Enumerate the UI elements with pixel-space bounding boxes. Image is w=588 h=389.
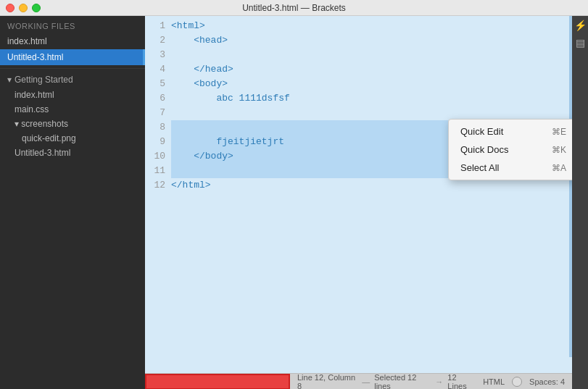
window-title: Untitled-3.html — Brackets	[242, 3, 346, 13]
editor-content[interactable]: 1 2 3 4 5 6 7 8 9 10 11 12 <html>	[145, 16, 572, 373]
status-info: Line 12, Column 8 — Selected 12 lines → …	[297, 373, 476, 390]
status-selected: Selected 12 lines	[374, 373, 431, 390]
menu-item-shortcut: ⌘A	[552, 163, 566, 173]
status-lines: 12 Lines	[447, 373, 476, 390]
code-line-7	[171, 106, 572, 120]
context-menu-quick-edit[interactable]: Quick Edit ⌘E	[449, 122, 572, 141]
code-line-4: </head>	[171, 62, 572, 77]
live-preview-icon[interactable]: ⚡	[573, 19, 587, 32]
sidebar-item-label: Untitled-3.html	[15, 148, 70, 158]
editor-area: 1 2 3 4 5 6 7 8 9 10 11 12 <html>	[145, 16, 572, 389]
context-menu-quick-docs[interactable]: Quick Docs ⌘K	[449, 141, 572, 159]
sidebar-item-untitled[interactable]: Untitled-3.html	[0, 49, 145, 65]
sidebar-item-untitled3[interactable]: Untitled-3.html	[0, 146, 145, 160]
menu-item-shortcut: ⌘K	[552, 145, 566, 155]
sidebar-item-label: Untitled-3.html	[7, 52, 63, 62]
sidebar: Working Files index.html Untitled-3.html…	[0, 16, 145, 389]
sidebar-item-label: index.html	[15, 90, 54, 100]
encoding-icon[interactable]	[512, 377, 522, 387]
sidebar-folder-screenshots[interactable]: ▾ screenshots	[0, 117, 145, 131]
right-toolbar: ⚡ ▤	[572, 16, 588, 389]
status-right: HTML Spaces: 4	[483, 377, 565, 387]
sidebar-item-label: quick-edit.png	[22, 133, 76, 143]
editor-scrollbar[interactable]	[569, 16, 572, 357]
status-position: Line 12, Column 8	[297, 373, 357, 390]
spaces-label[interactable]: Spaces: 4	[529, 377, 565, 386]
line-numbers: 1 2 3 4 5 6 7 8 9 10 11 12	[145, 19, 171, 193]
menu-item-shortcut: ⌘E	[552, 127, 566, 137]
minimize-button[interactable]	[19, 4, 28, 12]
chevron-down-icon: ▾	[7, 75, 12, 85]
status-bar: Line 12, Column 8 — Selected 12 lines → …	[145, 373, 572, 389]
code-line-6: abc 1111dsfsf	[171, 91, 572, 106]
language-badge[interactable]: HTML	[483, 377, 505, 386]
file-compare-icon[interactable]: ▤	[573, 36, 587, 49]
code-line-5: <body>	[171, 77, 572, 91]
sidebar-item-label: main.css	[15, 104, 49, 114]
status-separator: —	[362, 377, 370, 386]
menu-item-label: Quick Docs	[460, 144, 508, 155]
sidebar-item-label: index.html	[7, 36, 47, 46]
getting-started-group[interactable]: ▾ Getting Started	[0, 68, 145, 88]
menu-item-label: Quick Edit	[460, 126, 503, 137]
working-files-label: Working Files	[0, 16, 145, 33]
code-line-2: <head>	[171, 33, 572, 48]
maximize-button[interactable]	[32, 4, 41, 12]
code-line-12: </html>	[171, 178, 572, 193]
code-line-1: <html>	[171, 19, 572, 33]
folder-name: screenshots	[21, 119, 68, 129]
code-line-3	[171, 48, 572, 62]
menu-item-label: Select All	[460, 162, 499, 173]
context-menu-select-all[interactable]: Select All ⌘A	[449, 159, 572, 177]
close-button[interactable]	[6, 4, 15, 12]
window-controls[interactable]	[6, 4, 41, 12]
getting-started-label: Getting Started	[15, 75, 73, 85]
context-menu: Quick Edit ⌘E Quick Docs ⌘K Select All ⌘…	[448, 119, 572, 180]
sidebar-item-gs-index[interactable]: index.html	[0, 88, 145, 102]
sidebar-item-quick-edit-png[interactable]: quick-edit.png	[0, 131, 145, 146]
chevron-down-icon: ▾	[15, 119, 19, 129]
status-bar-file-indicator	[145, 374, 290, 390]
sidebar-spacer	[0, 160, 145, 389]
sidebar-item-index[interactable]: index.html	[0, 33, 145, 49]
status-arrow: →	[435, 377, 443, 386]
app-body: Working Files index.html Untitled-3.html…	[0, 16, 588, 389]
titlebar: Untitled-3.html — Brackets	[0, 0, 588, 16]
sidebar-item-gs-main[interactable]: main.css	[0, 102, 145, 117]
